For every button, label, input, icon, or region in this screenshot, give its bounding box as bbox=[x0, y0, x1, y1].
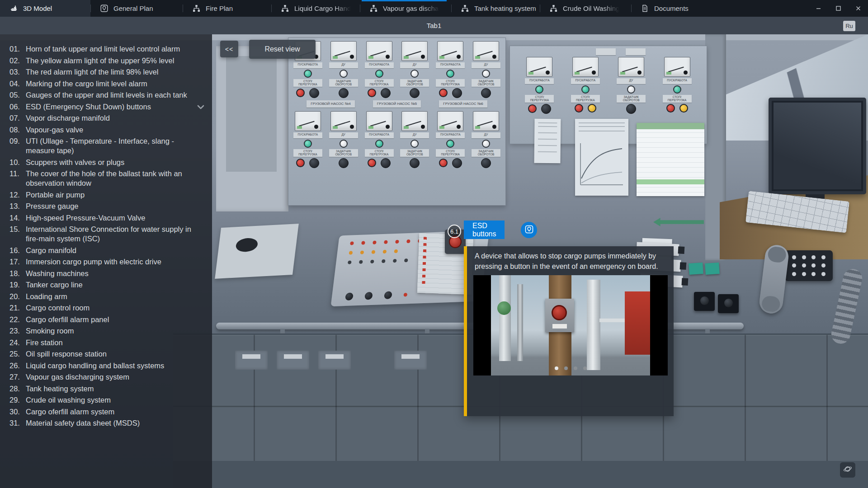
pump-caption: ГРУЗОВОЙ НАСОС №6 bbox=[439, 100, 487, 108]
cabinet-label bbox=[235, 351, 268, 370]
sidebar-item-04[interactable]: 04.Marking of the cargo limit level alar… bbox=[9, 79, 209, 89]
sidebar-item-19[interactable]: 19.Tanker cargo line bbox=[9, 280, 209, 290]
stop-button bbox=[368, 159, 376, 167]
item-number: 29. bbox=[9, 395, 26, 405]
marker-number-badge[interactable]: 6.1 bbox=[448, 225, 461, 238]
start-button bbox=[588, 104, 596, 113]
item-label: Tanker cargo line bbox=[26, 280, 191, 290]
gauge-meter bbox=[473, 41, 499, 61]
chevron-down-icon[interactable] bbox=[196, 102, 206, 114]
sidebar-item-31[interactable]: 31.Material safety data sheet (MSDS) bbox=[9, 418, 209, 428]
tab-fire-plan[interactable]: Fire Plan bbox=[183, 0, 271, 17]
sidebar-item-15[interactable]: 15.International Shore Connection for wa… bbox=[9, 225, 209, 244]
sidebar-item-10[interactable]: 10.Scuppers with valves or plugs bbox=[9, 158, 209, 167]
reset-view-button[interactable]: Reset view bbox=[249, 40, 316, 59]
sub-header: Tab1 Ru bbox=[0, 17, 868, 34]
sidebar-item-22[interactable]: 22.Cargo oferfill alarm panel bbox=[9, 315, 209, 324]
start-button bbox=[679, 104, 688, 113]
sidebar-item-24[interactable]: 24.Fire station bbox=[9, 338, 209, 347]
panel-label: СТОП/ПЕРЕГРУЗКА bbox=[365, 149, 394, 157]
sidebar-item-20[interactable]: 20.Loading arm bbox=[9, 292, 209, 301]
marker-label[interactable]: ESD buttons bbox=[464, 221, 505, 239]
sitemap-icon bbox=[461, 5, 469, 12]
item-number: 03. bbox=[9, 67, 26, 77]
item-number: 23. bbox=[9, 326, 26, 336]
item-label: Fire station bbox=[26, 338, 191, 347]
sidebar-item-18[interactable]: 18.Washing machines bbox=[9, 269, 209, 278]
instrument-cluster: ПУСК/РАБОТАСТОП/ПЕРЕГРУЗКА bbox=[661, 57, 693, 114]
sidebar-item-29[interactable]: 29.Crude oil washing system bbox=[9, 395, 209, 405]
minimize-button[interactable] bbox=[808, 0, 828, 17]
panel-label: ПУСК/РАБОТА bbox=[293, 132, 322, 138]
rotary-knob bbox=[381, 88, 391, 98]
view-mode-button[interactable] bbox=[840, 462, 855, 478]
sitemap-icon bbox=[193, 5, 200, 12]
item-label: The cover of the hole of the ballast tan… bbox=[26, 169, 191, 188]
sidebar-item-16[interactable]: 16.Cargo manifold bbox=[9, 246, 209, 255]
panel-label: ПУСК/РАБОТА bbox=[293, 62, 322, 68]
sidebar-item-06[interactable]: 06.ESD (Emergency Shut Down) buttons bbox=[9, 102, 209, 112]
sidebar-item-11[interactable]: 11.The cover of the hole of the ballast … bbox=[9, 169, 209, 188]
sidebar-item-26[interactable]: 26.Liquid cargo handling and ballast sys… bbox=[9, 361, 209, 371]
minimize-icon bbox=[816, 5, 821, 11]
tab-tank-heating-system[interactable]: Tank heating system bbox=[451, 0, 540, 17]
panel-label: СТОП/ПЕРЕГРУЗКА bbox=[365, 79, 394, 87]
item-number: 09. bbox=[9, 136, 26, 155]
carousel-dot-2[interactable] bbox=[564, 366, 568, 370]
teal-switch bbox=[689, 263, 703, 275]
language-button[interactable]: Ru bbox=[843, 21, 855, 31]
sidebar-item-02[interactable]: 02.The yellow alarm light of the upper 9… bbox=[9, 56, 209, 66]
item-label: Cargo control room bbox=[26, 303, 191, 313]
sidebar-item-13[interactable]: 13.Pressure gauge bbox=[9, 202, 209, 211]
indicator-light bbox=[673, 85, 681, 94]
sidebar-item-30[interactable]: 30.Cargo oferfill alarm system bbox=[9, 407, 209, 417]
instrument-cluster: ПУСК/РАБОТАСТОП/ПЕРЕГРУЗКА bbox=[363, 41, 396, 98]
panel-label: СТОП/ПЕРЕГРУЗКА bbox=[436, 149, 465, 157]
sidebar-item-08[interactable]: 08.Vapour-gas valve bbox=[9, 125, 209, 135]
equipment-sidebar: 01.Horn of tank upper and limit level co… bbox=[0, 34, 212, 488]
sidebar-item-09[interactable]: 09.UTI (Ullage - Temperature - Interface… bbox=[9, 136, 209, 155]
phone-keypad bbox=[785, 250, 833, 281]
tab-general-plan[interactable]: General Plan bbox=[90, 0, 183, 17]
sidebar-item-07[interactable]: 07.Vapor discharge manifold bbox=[9, 113, 209, 123]
gauge-meter bbox=[437, 111, 463, 131]
sidebar-item-03[interactable]: 03.The red alarm light of the limit 98% … bbox=[9, 67, 209, 77]
tab-label: Liquid Cargo Handling bbox=[294, 5, 351, 12]
sidebar-item-21[interactable]: 21.Cargo control room bbox=[9, 303, 209, 313]
item-number: 27. bbox=[9, 372, 26, 382]
panel-label: ДУ bbox=[400, 62, 429, 68]
stop-button bbox=[296, 89, 305, 97]
item-label: Scuppers with valves or plugs bbox=[26, 158, 191, 167]
item-number: 30. bbox=[9, 407, 26, 417]
pinned-chart-sheet bbox=[575, 119, 628, 196]
carousel-dot-4[interactable] bbox=[583, 366, 587, 370]
item-number: 12. bbox=[9, 190, 26, 200]
sidebar-item-25[interactable]: 25.Oil spill response station bbox=[9, 349, 209, 359]
close-button[interactable] bbox=[848, 0, 868, 17]
locate-on-plan-button[interactable] bbox=[521, 222, 537, 238]
panel-label: ЗАДАТЧИК ОБОРОТОВ bbox=[329, 149, 358, 157]
sidebar-item-27[interactable]: 27.Vapour gas discharging system bbox=[9, 372, 209, 382]
panel-chip bbox=[596, 48, 616, 55]
maximize-button[interactable] bbox=[828, 0, 848, 17]
tab-liquid-cargo-handling[interactable]: Liquid Cargo Handling bbox=[271, 0, 360, 17]
carousel-dot-1[interactable] bbox=[555, 366, 558, 370]
sidebar-item-12[interactable]: 12.Portable air pump bbox=[9, 190, 209, 200]
indicator-light bbox=[627, 85, 635, 94]
tab-crude-oil-washing-sys[interactable]: Crude Oil Washing Sys bbox=[540, 0, 631, 17]
carousel-dot-3[interactable] bbox=[574, 366, 577, 370]
sidebar-item-05[interactable]: 05.Gauges of the upper and limit levels … bbox=[9, 90, 209, 100]
tab-vapour-gas-discharging[interactable]: Vapour gas discharging bbox=[360, 0, 451, 17]
collapse-sidebar-button[interactable]: << bbox=[220, 41, 238, 57]
sidebar-item-17[interactable]: 17.Immersion cargo pump with electric dr… bbox=[9, 257, 209, 267]
item-number: 06. bbox=[9, 102, 26, 112]
sidebar-item-23[interactable]: 23.Smoking room bbox=[9, 326, 209, 336]
sidebar-item-28[interactable]: 28.Tank heating system bbox=[9, 384, 209, 394]
rotary-knob bbox=[541, 104, 551, 114]
panel-label: СТОП/ПЕРЕГРУЗКА bbox=[293, 79, 322, 87]
tab-3d-model[interactable]: 3D Model bbox=[0, 0, 90, 17]
sidebar-item-01[interactable]: 01.Horn of tank upper and limit level co… bbox=[9, 44, 209, 54]
rotary-knob bbox=[452, 158, 462, 168]
tab-documents[interactable]: Documents bbox=[631, 0, 692, 17]
sidebar-item-14[interactable]: 14.High-speed Pressure-Vacuum Valve bbox=[9, 213, 209, 223]
